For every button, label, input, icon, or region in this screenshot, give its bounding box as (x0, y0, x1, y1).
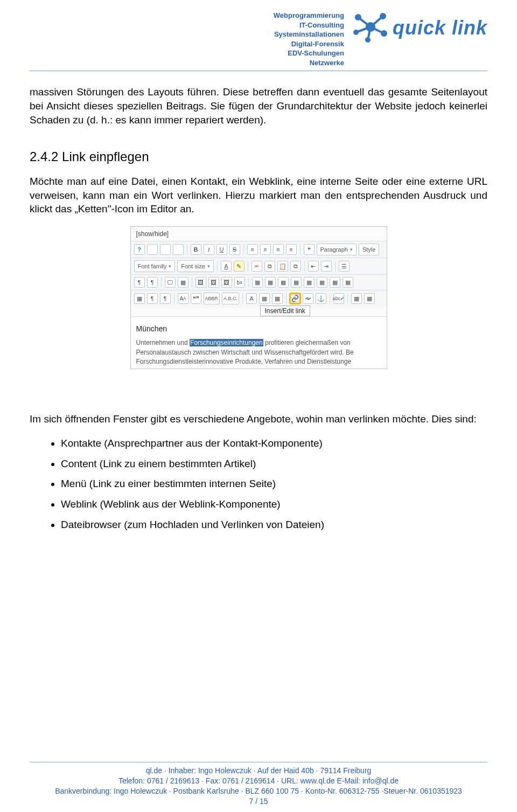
logo: quick link (352, 11, 487, 45)
toolbar-row-1: ? B I U S ≡ ≡ ≡ ≡ ❝ Paragraph▾ Style (131, 241, 387, 258)
letter-icon[interactable]: A (246, 293, 257, 304)
fontcase-icon[interactable]: AA (178, 293, 188, 304)
footer-line: Telefon: 0761 / 2169613 · Fax: 0761 / 21… (0, 776, 517, 786)
service-item: EDV-Schulungen (274, 48, 344, 58)
table-icon[interactable]: ▦ (343, 277, 353, 288)
pilcrow-icon[interactable]: ¶ (134, 277, 145, 288)
table-icon[interactable]: ▦ (291, 277, 302, 288)
bulletlist-icon[interactable]: ☰ (339, 261, 350, 272)
acronym-button[interactable]: A.B.C. (222, 293, 239, 304)
service-item: Webprogrammierung (274, 11, 344, 20)
align-right-icon[interactable]: ≡ (273, 244, 284, 255)
quote-icon[interactable]: ❝❞ (191, 293, 201, 304)
content-title: München (136, 324, 381, 333)
separator (248, 277, 249, 288)
pilcrow-icon[interactable]: ¶ (147, 277, 158, 288)
separator (187, 244, 187, 255)
indent-icon[interactable]: ⇥ (321, 261, 332, 272)
footer-line: ql.de · Inhaber: Ingo Holewczuk · Auf de… (0, 766, 517, 776)
separator (304, 261, 305, 272)
separator (248, 261, 248, 272)
paragraph-2: Möchte man auf eine Datei, einen Kontakt… (30, 175, 487, 216)
table-icon[interactable]: ▦ (330, 277, 340, 288)
link-icon[interactable] (290, 293, 301, 304)
tool-btn[interactable] (173, 244, 184, 255)
separator (174, 293, 174, 304)
cut-icon[interactable]: ✂ (251, 261, 262, 272)
service-item: Systeminstallationen (274, 30, 344, 39)
tool-btn[interactable]: ⧉ (290, 261, 301, 272)
list-item: Kontakte (Ansprechpartner aus der Kontak… (61, 436, 487, 450)
paragraph-3: Im sich öffnenden Fenster gibt es versch… (30, 412, 487, 426)
svg-line-4 (371, 16, 383, 27)
list-item: Dateibrowser (zum Hochladen und Verlinke… (61, 518, 487, 532)
paragraph-select[interactable]: Paragraph▾ (317, 244, 357, 255)
separator (335, 261, 336, 272)
table-icon[interactable]: ▦ (134, 293, 145, 304)
tool-btn[interactable]: ▦ (178, 277, 188, 288)
align-left-icon[interactable]: ≡ (247, 244, 258, 255)
selected-text: Forschungseinrichtungen (190, 339, 263, 346)
align-center-icon[interactable]: ≡ (260, 244, 271, 255)
table-icon[interactable]: ▦ (278, 277, 289, 288)
strike-button[interactable]: S (229, 244, 240, 255)
separator (347, 293, 348, 304)
unlink-icon[interactable] (303, 293, 313, 304)
tool-btn[interactable]: ▦ (259, 293, 270, 304)
image-icon[interactable]: 🖼 (208, 277, 219, 288)
toolbar-row-4: ▦ ¶ ¶ AA ❝❞ ABBR A.B.C. A ▦ ▦ ⚓ abc✔ ▦ ▦ (131, 290, 387, 307)
fontfamily-select[interactable]: Font family▾ (134, 260, 176, 272)
outdent-icon[interactable]: ⇤ (308, 261, 319, 272)
image-icon[interactable]: 🖼 (221, 277, 232, 288)
style-select[interactable]: Style (359, 244, 379, 255)
separator (192, 277, 192, 288)
list-item: Content (Link zu einem bestimmten Artike… (61, 457, 487, 471)
service-item: IT-Consulting (274, 20, 344, 30)
bold-button[interactable]: B (191, 244, 201, 255)
help-icon[interactable]: ? (134, 244, 145, 255)
tool-btn[interactable]: ▦ (272, 293, 283, 304)
body-text: Unternehmen und (136, 339, 190, 346)
pilcrow-icon[interactable]: ¶ (160, 293, 171, 304)
image-icon[interactable]: 🖼 (195, 277, 206, 288)
baseline-icon[interactable]: ba (234, 277, 245, 288)
editor-screenshot: [show/hide] ? B I U S ≡ ≡ ≡ ≡ ❝ Paragrap… (130, 226, 387, 369)
tool-btn[interactable]: ▦ (351, 293, 362, 304)
tool-btn[interactable] (160, 244, 171, 255)
underline-button[interactable]: U (216, 244, 227, 255)
table-icon[interactable]: ▦ (252, 277, 263, 288)
spellcheck-icon[interactable]: abc✔ (333, 293, 344, 304)
blockquote-icon[interactable]: ❝ (304, 244, 315, 255)
toolbar-row-3: ¶ ¶ 🖵 ▦ 🖼 🖼 🖼 ba ▦ ▦ ▦ ▦ ▦ ▦ ▦ ▦ (131, 274, 387, 290)
separator (286, 293, 287, 304)
editor-content-area[interactable]: München Unternehmen und Forschungseinric… (131, 316, 387, 369)
align-justify-icon[interactable]: ≡ (286, 244, 297, 255)
table-icon[interactable]: ▦ (265, 277, 276, 288)
table-icon[interactable]: ▦ (304, 277, 315, 288)
tool-btn[interactable]: ▦ (364, 293, 375, 304)
bullet-list: Kontakte (Ansprechpartner aus der Kontak… (30, 436, 487, 531)
logo-text: quick link (393, 17, 487, 39)
anchor-icon[interactable]: ⚓ (316, 293, 326, 304)
highlight-icon[interactable]: ✎ (234, 261, 244, 272)
table-icon[interactable]: ▦ (317, 277, 327, 288)
tool-btn[interactable] (147, 244, 158, 255)
list-item: Menü (Link zu einer bestimmten internen … (61, 477, 487, 491)
italic-button[interactable]: I (204, 244, 214, 255)
paste-icon[interactable]: 📋 (277, 261, 288, 272)
copy-icon[interactable]: ⧉ (264, 261, 275, 272)
page-footer: ql.de · Inhaber: Ingo Holewczuk · Auf de… (0, 762, 517, 807)
separator (217, 261, 218, 272)
footer-divider (30, 762, 487, 762)
separator (330, 293, 330, 304)
monitor-icon[interactable]: 🖵 (165, 277, 176, 288)
abbr-button[interactable]: ABBR (204, 293, 220, 304)
toolbar-row-2: Font family▾ Font size▾ A ✎ ✂ ⧉ 📋 ⧉ ⇤ ⇥ … (131, 258, 387, 274)
svg-line-2 (358, 17, 371, 27)
fontsize-select[interactable]: Font size▾ (177, 260, 214, 272)
pilcrow-icon[interactable]: ¶ (147, 293, 158, 304)
service-item: Netzwerke (274, 58, 344, 68)
textcolor-icon[interactable]: A (221, 261, 232, 272)
header-divider (30, 71, 487, 71)
showhide-link[interactable]: [show/hide] (131, 227, 387, 241)
